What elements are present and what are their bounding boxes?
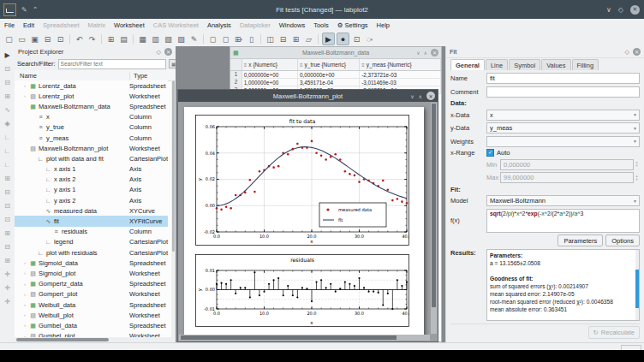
cell[interactable]: -2,373721e-03 bbox=[360, 71, 441, 78]
save-project-button[interactable]: ▣ bbox=[29, 33, 40, 45]
tree-item-measured-data[interactable]: ∿measured dataXYCurve bbox=[15, 205, 168, 216]
redo-button[interactable]: ↷ bbox=[86, 33, 98, 45]
tree-item-maxwell-boltzmann-plot[interactable]: ▨Maxwell-Boltzmann_plotWorksheet bbox=[15, 143, 168, 153]
spreadsheet-window-titlebar[interactable]: ▦ Maxwell-Boltzmann_data ∨ ∧ ✕ bbox=[230, 47, 441, 59]
new-project-button[interactable]: ▢ bbox=[3, 33, 15, 45]
tree-item-weibull-data[interactable]: ›▦Weibull_dataSpreadsheet bbox=[15, 300, 168, 310]
tree-item-lorentz-plot[interactable]: ›▨Lorentz_plotWorksheet bbox=[15, 91, 168, 101]
spreadsheet-row[interactable]: 10,000000e+000,000000e+00-2,373721e-03 bbox=[230, 71, 441, 79]
tree-item-residuals[interactable]: ≡residualsColumn bbox=[15, 227, 168, 237]
magnification-button[interactable]: ◌▾ bbox=[364, 33, 375, 45]
minimize-icon[interactable]: ∨ bbox=[606, 6, 611, 14]
layout-vertical-button[interactable]: ◫ bbox=[265, 33, 276, 45]
zoom-fit-x-button[interactable]: ⊡ bbox=[2, 212, 13, 226]
crosshair-mode-button[interactable]: ● bbox=[337, 33, 349, 45]
shade-icon[interactable]: ∨ bbox=[410, 93, 414, 99]
restore-icon[interactable]: ∧ bbox=[424, 50, 427, 56]
new-folder-button[interactable]: ◻ bbox=[220, 33, 231, 45]
menu-analysis[interactable]: Analysis bbox=[207, 21, 231, 29]
tree-item-maxwell-boltzmann-data[interactable]: ▦Maxwell-Boltzmann_dataSpreadsheet bbox=[15, 101, 168, 111]
cell[interactable]: 1,000000e+00 bbox=[242, 79, 298, 86]
zoom-select-mode-button[interactable]: ⊡ bbox=[2, 62, 13, 75]
min-field[interactable]: 0,000000 bbox=[500, 159, 634, 170]
add-y-axis-button[interactable]: ∟ bbox=[2, 157, 13, 171]
tree-item-sigmoid-data[interactable]: ›▦Sigmoid_dataSpreadsheet bbox=[15, 258, 168, 268]
float-dock-icon[interactable]: ◇ bbox=[157, 49, 161, 56]
shade-icon[interactable]: ∨ bbox=[416, 50, 420, 56]
new-workbook-button[interactable]: ⊞ bbox=[105, 33, 116, 45]
cell[interactable]: -3,011469e-03 bbox=[360, 79, 441, 86]
cell[interactable]: 0,000000e+00 bbox=[242, 71, 298, 78]
formula-editor[interactable]: sqrt(2/pi)*x^2*exp(-x^2/(2*a^2))/a^3 bbox=[486, 209, 640, 233]
layout-horizontal-button[interactable]: ⊟ bbox=[277, 33, 289, 45]
worksheet-window-titlebar[interactable]: Maxwell-Boltzmann_plot ∨ ∧ ✕ bbox=[178, 90, 438, 102]
menu-edit[interactable]: Edit bbox=[23, 21, 34, 29]
close-dock-icon[interactable]: ✕ bbox=[164, 48, 172, 56]
search-input[interactable] bbox=[58, 59, 166, 69]
menu-datapicker[interactable]: Datapicker bbox=[240, 21, 271, 29]
cell[interactable]: 0,000000e+00 bbox=[298, 71, 360, 78]
column-header-x-numeric[interactable]: ≡x {Numeric} bbox=[242, 59, 298, 70]
worksheet-horizontal-scrollbar[interactable] bbox=[179, 335, 430, 341]
zoom-select-button[interactable]: ⊡ bbox=[351, 33, 362, 45]
tree-item-y-axis-1[interactable]: ∟y axis 1Axis bbox=[15, 185, 168, 195]
tree-item-x-axis-2[interactable]: ∟x axis 2Axis bbox=[15, 175, 168, 185]
tree-item-y-axis-2[interactable]: ∟y axis 2Axis bbox=[15, 195, 168, 205]
tree-item-plot-with-residuals[interactable]: ∟plot with residualsCartesianPlot bbox=[15, 247, 168, 258]
zoom-fit-button[interactable]: ⊡ bbox=[2, 199, 13, 212]
fit-page-button[interactable]: ▯ bbox=[246, 33, 257, 45]
new-datapicker-button[interactable]: ▤ bbox=[118, 33, 129, 45]
auto-range-checkbox[interactable]: ✓ bbox=[486, 149, 494, 157]
worksheet-page[interactable]: fit to data0.010.020.030.040.0-0.020.000… bbox=[184, 107, 424, 336]
menu-spreadsheet[interactable]: Spreadsheet bbox=[43, 21, 80, 29]
print-button[interactable]: ⊟ bbox=[42, 33, 53, 45]
float-dock-icon[interactable]: ◇ bbox=[625, 49, 629, 56]
column-header-y-true-numeric[interactable]: ≡y_true {Numeric} bbox=[298, 59, 360, 70]
shift-down-y-button[interactable]: ✛ bbox=[2, 281, 13, 294]
shift-right-x-button[interactable]: ⊞ bbox=[2, 253, 13, 267]
options-button[interactable]: Options bbox=[605, 234, 640, 246]
tree-item-gumbel-data[interactable]: ›▦Gumbel_dataSpreadsheet bbox=[15, 320, 168, 330]
fit-to-data-plot[interactable]: fit to data0.010.020.030.040.0-0.020.000… bbox=[195, 115, 409, 246]
new-matrix-button[interactable]: ▥ bbox=[150, 33, 161, 45]
menu-windows[interactable]: Windows bbox=[279, 21, 305, 29]
add-axis-button[interactable]: ∟ bbox=[2, 130, 13, 144]
name-field[interactable]: fit bbox=[486, 73, 640, 84]
results-box[interactable]: Parameters:a = 13.1565±2.0508 Goodness o… bbox=[486, 249, 640, 321]
tab-line[interactable]: Line bbox=[486, 59, 508, 70]
menu-matrix[interactable]: Matrix bbox=[88, 21, 105, 29]
menu-settings[interactable]: ⚙ Settings bbox=[337, 21, 368, 29]
menu-worksheet[interactable]: Worksheet bbox=[114, 21, 145, 29]
menu-file[interactable]: File bbox=[4, 21, 15, 29]
tree-item-plot-with-data-and-fit[interactable]: ∟plot with data and fitCartesianPlot bbox=[15, 153, 168, 163]
scale-auto-button[interactable]: ✛ bbox=[2, 294, 13, 308]
layout-grid-button[interactable]: ⊞ bbox=[290, 33, 301, 45]
zoom-out-button[interactable]: ⊟ bbox=[2, 185, 13, 199]
tab-filling[interactable]: Filling bbox=[572, 59, 599, 70]
zoom-menu-button[interactable]: ⊞▾ bbox=[233, 33, 244, 45]
cursor-mode-button[interactable]: ▶ bbox=[2, 48, 13, 62]
x-data-combobox[interactable]: x▼ bbox=[486, 110, 640, 121]
close-dock-icon[interactable]: ✕ bbox=[633, 48, 641, 56]
recalculate-button[interactable]: ↻ Recalculate bbox=[588, 326, 641, 339]
import-data-button[interactable]: ✎ bbox=[188, 33, 200, 45]
add-curve-button[interactable]: ∿ bbox=[2, 103, 13, 116]
tree-item-gompert-plot[interactable]: ›▨Gompert_plotWorksheet bbox=[15, 289, 168, 300]
residuals-plot[interactable]: residuals0.010.020.030.040.0-0.010.000.0… bbox=[195, 254, 409, 327]
new-worksheet-button[interactable]: ▧ bbox=[163, 33, 174, 45]
layout-break-button[interactable]: ▱ bbox=[303, 33, 314, 45]
close-subwindow-icon[interactable]: ✕ bbox=[431, 49, 438, 56]
open-project-button[interactable]: ▭ bbox=[16, 33, 27, 45]
tree-item-gumbel-plot[interactable]: ›▨Gumbel_plotWorksheet bbox=[15, 331, 168, 338]
zoom-x-mode-button[interactable]: ⊟ bbox=[2, 75, 13, 89]
worksheet-window[interactable]: Maxwell-Boltzmann_plot ∨ ∧ ✕ fit to data… bbox=[177, 89, 438, 342]
add-x-axis-button[interactable]: ∟ bbox=[2, 144, 13, 157]
worksheet-vertical-scrollbar[interactable] bbox=[431, 103, 437, 334]
new-live-data-button[interactable]: ◻ bbox=[207, 33, 218, 45]
print-preview-button[interactable]: ⊡ bbox=[55, 33, 66, 45]
close-icon[interactable]: ✕ bbox=[630, 5, 640, 15]
shift-left-x-button[interactable]: ⊟ bbox=[2, 240, 13, 253]
column-header-name[interactable]: Name bbox=[15, 72, 130, 80]
zoom-y-mode-button[interactable]: ⊞ bbox=[2, 89, 13, 103]
restore-icon[interactable]: ∧ bbox=[419, 93, 422, 99]
